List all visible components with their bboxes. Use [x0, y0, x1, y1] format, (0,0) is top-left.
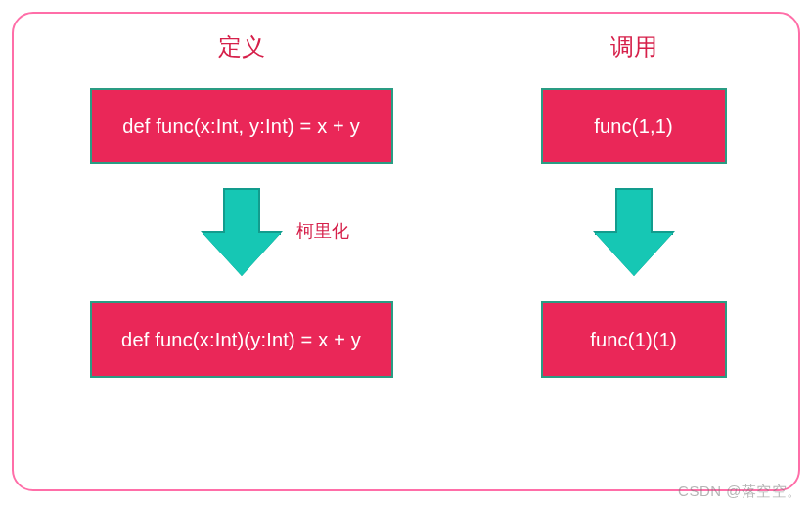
call-after-box: func(1)(1): [541, 301, 727, 378]
call-column: 调用 func(1,1) func(1)(1): [469, 31, 798, 489]
call-heading: 调用: [610, 31, 657, 63]
definition-heading: 定义: [218, 31, 265, 63]
call-before-box: func(1,1): [541, 88, 727, 164]
definition-column: 定义 def func(x:Int, y:Int) = x + y 柯里化 de…: [14, 31, 469, 489]
definition-before-box: def func(x:Int, y:Int) = x + y: [90, 88, 393, 164]
definition-before-code: def func(x:Int, y:Int) = x + y: [122, 115, 360, 138]
definition-after-code: def func(x:Int)(y:Int) = x + y: [121, 329, 361, 351]
down-arrow-icon: [203, 188, 281, 278]
definition-after-box: def func(x:Int)(y:Int) = x + y: [90, 301, 393, 378]
definition-arrow-wrap: 柯里化: [14, 164, 469, 301]
diagram-frame: 定义 def func(x:Int, y:Int) = x + y 柯里化 de…: [12, 12, 800, 491]
columns: 定义 def func(x:Int, y:Int) = x + y 柯里化 de…: [14, 31, 798, 489]
down-arrow-icon: [595, 188, 673, 278]
watermark: CSDN @落空空。: [678, 483, 802, 501]
call-arrow-wrap: [469, 164, 798, 301]
currying-label: 柯里化: [296, 219, 349, 243]
call-after-code: func(1)(1): [590, 329, 677, 351]
call-before-code: func(1,1): [594, 115, 673, 138]
